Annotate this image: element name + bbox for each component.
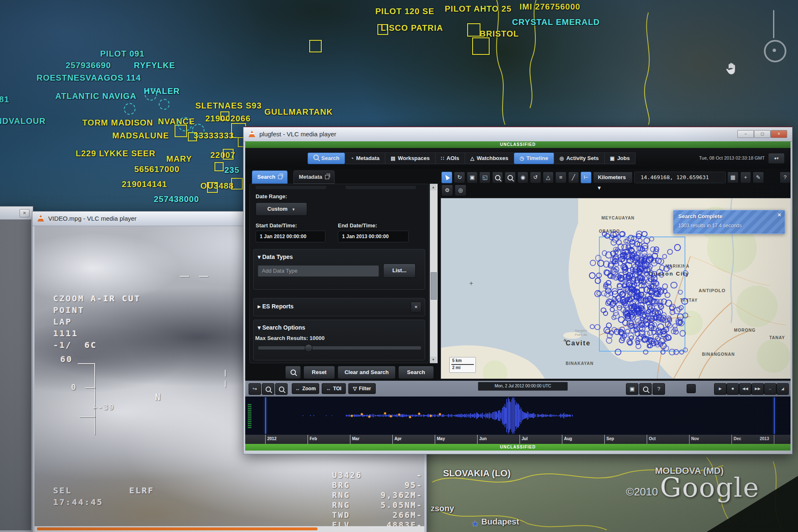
add-data-type-input[interactable]: Add Data Type bbox=[258, 265, 379, 277]
maximize-button[interactable]: ▢ bbox=[754, 130, 771, 138]
zoom-in-icon[interactable] bbox=[492, 172, 503, 183]
zoom-out-icon[interactable] bbox=[505, 172, 515, 183]
video-seek-bar[interactable] bbox=[34, 526, 424, 532]
play-icon[interactable]: ▶ bbox=[714, 383, 727, 395]
refresh-icon[interactable]: ↻ bbox=[454, 172, 465, 183]
toi-marker[interactable] bbox=[398, 414, 400, 416]
nav-tab-activity-sets[interactable]: ◎Activity Sets bbox=[554, 153, 605, 164]
close-icon[interactable]: ✕ bbox=[411, 302, 421, 313]
nav-tab-aois[interactable]: ∷AOIs bbox=[436, 153, 465, 164]
tab-search[interactable]: Search bbox=[252, 170, 288, 184]
export-icon[interactable]: ↪ bbox=[249, 383, 261, 395]
timeline-toolbar: ↪ ↔ Zoom ↔ TOI ▽ Filter Mon, 2 Jul 2012 … bbox=[245, 381, 791, 397]
toi-marker[interactable] bbox=[430, 415, 432, 417]
timeline-zoom-button[interactable]: ↔ Zoom bbox=[292, 383, 319, 394]
axis-month-label: Jul bbox=[522, 436, 527, 441]
units-select[interactable]: Kilometers ▾ bbox=[593, 172, 633, 183]
tab-metadata[interactable]: Metadata bbox=[293, 170, 335, 184]
max-results-slider[interactable] bbox=[258, 346, 421, 350]
extent-icon[interactable]: ◱ bbox=[479, 172, 490, 183]
measure-icon[interactable]: ╱ bbox=[568, 172, 579, 183]
grid-icon[interactable]: ▦ bbox=[727, 172, 738, 183]
list-button[interactable]: List... bbox=[383, 264, 416, 278]
timeline-start-marker[interactable] bbox=[265, 397, 266, 434]
close-icon[interactable]: ✕ bbox=[20, 209, 30, 217]
nav-tab-watchboxes[interactable]: △Watchboxes bbox=[465, 153, 514, 164]
timeline-end-marker[interactable] bbox=[774, 397, 775, 434]
help-icon[interactable]: ? bbox=[780, 172, 791, 183]
map-canvas[interactable]: + MEYCAUAYANOBANDOMARIKINAQuezon CityANT… bbox=[441, 198, 791, 379]
scrollbar-thumb[interactable] bbox=[431, 272, 437, 300]
wrench-icon[interactable]: ⚙ bbox=[441, 185, 453, 196]
slider-thumb[interactable] bbox=[305, 344, 313, 352]
video-progress[interactable] bbox=[37, 527, 318, 530]
search-button[interactable]: Search bbox=[398, 366, 434, 379]
earth-nav-ring[interactable] bbox=[764, 40, 786, 62]
nav-tab-jobs[interactable]: ▣Jobs bbox=[605, 153, 636, 164]
es-reports-section[interactable]: ▸ ES Reports ✕ bbox=[253, 298, 425, 316]
toi-marker[interactable] bbox=[368, 416, 370, 418]
timeline-spacer-button[interactable] bbox=[687, 384, 696, 393]
toi-marker[interactable] bbox=[390, 415, 392, 417]
earth-nav-slider[interactable] bbox=[773, 10, 774, 38]
tl-zoom-out-icon[interactable] bbox=[275, 383, 288, 395]
toi-marker[interactable] bbox=[439, 413, 441, 415]
plugfest-window[interactable]: plugfest - VLC media player ‒ ▢ ✕ UNCLAS… bbox=[243, 126, 793, 454]
scroll-up-icon[interactable]: ▲ bbox=[430, 184, 436, 190]
nav-tab-search[interactable]: Search bbox=[308, 153, 345, 164]
user-menu-button[interactable]: ●▾ bbox=[768, 153, 785, 164]
layers-icon[interactable]: ≡ bbox=[555, 172, 566, 183]
toi-marker[interactable] bbox=[351, 415, 353, 417]
visibility-icon[interactable]: ◎ bbox=[455, 185, 466, 196]
popout-icon bbox=[278, 175, 282, 179]
result-marker bbox=[617, 283, 623, 290]
start-date-input[interactable]: 1 Jan 2012 00:00:00 bbox=[256, 231, 325, 242]
end-date-input[interactable]: 1 Jan 2013 00:00:00 bbox=[338, 231, 409, 242]
background-window[interactable]: ✕ bbox=[0, 206, 33, 532]
data-types-title[interactable]: ▾ Data Types bbox=[258, 254, 293, 260]
toi-marker[interactable] bbox=[361, 413, 363, 415]
search-options-title[interactable]: ▾ Search Options bbox=[258, 324, 305, 331]
nav-tab-workspaces[interactable]: ▤Workspaces bbox=[385, 153, 436, 164]
result-marker bbox=[667, 265, 672, 270]
tl-help-icon[interactable]: ? bbox=[653, 383, 665, 395]
alert-icon[interactable]: △ bbox=[543, 172, 554, 183]
toi-marker[interactable] bbox=[418, 413, 420, 415]
ruler-icon[interactable]: ⊢ bbox=[581, 172, 591, 183]
tl-magnify-icon[interactable] bbox=[639, 383, 652, 395]
close-button[interactable]: ✕ bbox=[771, 130, 787, 138]
es-reports-title[interactable]: ▸ ES Reports bbox=[258, 303, 293, 310]
tl-zoom-in-icon[interactable] bbox=[262, 383, 274, 395]
panel-scrollbar[interactable]: ▲ ▼ bbox=[430, 184, 438, 363]
edit-icon[interactable]: ✎ bbox=[753, 172, 764, 183]
step-back-icon[interactable]: ← bbox=[764, 383, 776, 395]
ship-marker-icon bbox=[467, 23, 480, 37]
nav-tab-metadata[interactable]: ◔Metadata bbox=[345, 153, 385, 164]
cursor-tool-icon[interactable] bbox=[441, 172, 452, 183]
add-icon[interactable]: + bbox=[740, 172, 751, 183]
plugfest-titlebar[interactable]: plugfest - VLC media player ‒ ▢ ✕ bbox=[244, 127, 792, 142]
fast-forward-icon[interactable]: ▶▶ bbox=[751, 383, 764, 395]
save-view-icon[interactable]: ▣ bbox=[467, 172, 478, 183]
close-icon[interactable]: ✕ bbox=[778, 212, 781, 218]
timeline-chart[interactable] bbox=[245, 397, 791, 435]
reset-button[interactable]: Reset bbox=[303, 366, 335, 379]
rotate-icon[interactable]: ↺ bbox=[530, 172, 541, 183]
date-range-select[interactable]: Custom▼ bbox=[256, 202, 307, 216]
volume-icon[interactable]: ◢ bbox=[776, 383, 789, 395]
toi-marker[interactable] bbox=[384, 412, 386, 414]
filter-icon: ▽ bbox=[353, 384, 357, 394]
placemark-icon[interactable]: ◉ bbox=[517, 172, 528, 183]
rewind-icon[interactable]: ◀◀ bbox=[739, 383, 751, 395]
clear-and-search-button[interactable]: Clear and Search bbox=[337, 366, 396, 379]
toi-marker[interactable] bbox=[409, 416, 411, 418]
scroll-down-icon[interactable]: ▼ bbox=[430, 357, 436, 363]
minimize-button[interactable]: ‒ bbox=[737, 130, 754, 138]
nav-tab-timeline[interactable]: ◷Timeline bbox=[514, 153, 554, 164]
stop-icon[interactable]: ■ bbox=[727, 383, 739, 395]
timeline-toi-button[interactable]: ↔ TOI bbox=[322, 383, 346, 394]
snapshot-icon[interactable]: ▣ bbox=[626, 383, 638, 395]
background-window-titlebar[interactable]: ✕ bbox=[0, 207, 33, 221]
quick-search-button[interactable] bbox=[285, 366, 301, 379]
timeline-filter-button[interactable]: ▽ Filter bbox=[348, 383, 376, 394]
